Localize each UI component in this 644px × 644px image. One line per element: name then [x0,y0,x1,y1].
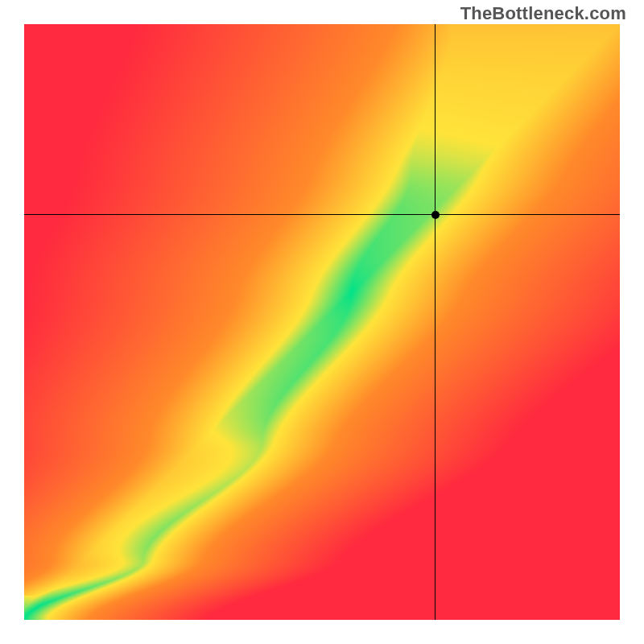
watermark-label: TheBottleneck.com [460,3,626,24]
chart-container: TheBottleneck.com [0,0,644,644]
heatmap-canvas [24,24,620,620]
plot-frame [24,24,620,620]
